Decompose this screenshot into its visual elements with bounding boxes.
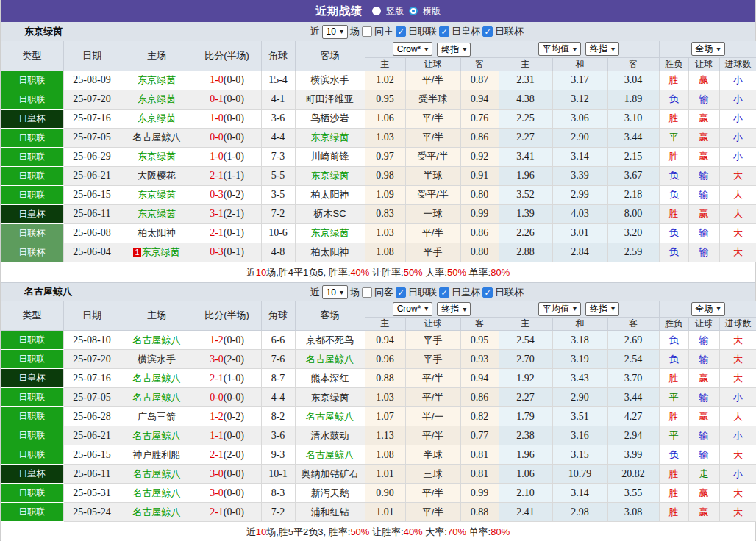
handicap-cell: 平/半 [405, 71, 460, 90]
chevron-down-icon: ▾ [463, 46, 466, 53]
goals-result-cell: 大 [719, 243, 756, 262]
page-title: 近期战绩 [315, 4, 363, 18]
league-filter-checkbox-cup[interactable]: ✓ [482, 26, 493, 37]
result-cell: 负 [659, 90, 688, 109]
avg-home-cell: 2.54 [499, 331, 552, 350]
average-stage-select[interactable]: 终指▾ [585, 42, 619, 56]
matches-table-team1: 类型 日期 主场 比分(半场) 角球 客场 Crow*▾终指▾ 平均值▾终指▾ … [1, 41, 756, 262]
average-stage-value: 终指 [590, 303, 607, 315]
date-cell: 25-06-21 [63, 166, 121, 185]
away-team-cell: 横滨水手 [295, 71, 365, 90]
away-odds-cell: 0.94 [460, 90, 499, 109]
goals-result-cell: 小 [719, 71, 756, 90]
odds-stage-select[interactable]: 终指▾ [437, 43, 471, 57]
games-count-select[interactable]: 10▾ [322, 285, 348, 299]
fulltime-select[interactable]: 全场▾ [691, 42, 725, 56]
games-count-value: 10 [327, 287, 336, 298]
handicap-cell: 半球 [405, 445, 460, 465]
home-odds-cell: 1.02 [365, 71, 405, 90]
result-cell: 胜 [659, 71, 688, 90]
average-select[interactable]: 平均值▾ [538, 302, 581, 316]
corners-cell: 7-3 [261, 147, 295, 166]
league-filter-checkbox-emperor[interactable]: ✓ [439, 287, 449, 298]
home-team-cell: 名古屋鲸八 [121, 128, 193, 147]
col-header-score: 比分(半场) [193, 301, 261, 331]
league-filter-label-emperor: 日皇杯 [452, 286, 480, 299]
away-odds-cell: 0.99 [460, 484, 499, 503]
avg-draw-cell: 3.16 [552, 426, 607, 445]
corners-cell: 7-6 [261, 350, 295, 369]
home-odds-cell: 0.98 [365, 166, 405, 185]
chevron-down-icon: ▾ [340, 28, 343, 35]
result-cell: 平 [659, 388, 688, 407]
away-team-cell: 町田泽维亚 [295, 90, 365, 109]
date-cell: 25-06-11 [63, 204, 121, 223]
odds-stage-select[interactable]: 终指▾ [437, 302, 471, 316]
avg-draw-cell: 3.14 [552, 147, 607, 166]
away-team-cell: 熊本深红 [295, 369, 365, 388]
away-team-cell: 枥木SC [295, 204, 365, 223]
average-select-value: 平均值 [543, 303, 569, 315]
home-odds-cell: 0.97 [365, 147, 405, 166]
result-cell: 胜 [659, 503, 688, 522]
corners-cell: 4-1 [261, 90, 295, 109]
same-venue-checkbox[interactable] [362, 287, 372, 298]
league-filter-checkbox-j1[interactable]: ✓ [396, 287, 406, 298]
corners-cell: 7-2 [261, 503, 295, 522]
result-group-header: 全场▾ [659, 301, 756, 318]
same-venue-checkbox[interactable] [362, 26, 372, 37]
league-filter-label-j1: 日职联 [408, 286, 437, 299]
avg-away-cell: 1.89 [607, 90, 659, 109]
result-cell: 负 [659, 223, 688, 243]
home-odds-cell: 0.83 [365, 204, 405, 223]
games-count-select[interactable]: 10▾ [322, 25, 348, 39]
fulltime-select[interactable]: 全场▾ [691, 302, 725, 316]
score-cell: 1-0(0-0) [193, 109, 261, 128]
goals-result-cell: 大 [719, 185, 756, 204]
result-cell: 胜 [659, 407, 688, 426]
average-stage-select[interactable]: 终指▾ [585, 302, 619, 316]
handicap-result-cell: 赢 [688, 369, 719, 388]
away-team-cell: 东京绿茵 [295, 223, 365, 243]
score-cell: 2-1(1-0) [193, 369, 261, 388]
score-cell: 2-1(2-0) [193, 445, 261, 465]
bookmaker-select[interactable]: Crow*▾ [393, 302, 433, 316]
home-team-cell: 名古屋鲸八 [121, 484, 193, 503]
home-team-cell: 神户胜利船 [121, 445, 193, 465]
goals-result-cell: 小 [719, 465, 756, 484]
chevron-down-icon: ▾ [573, 46, 577, 53]
away-odds-cell: 0.94 [460, 369, 499, 388]
avg-home-cell: 2.41 [499, 503, 552, 522]
match-row: 日职联25-05-24名古屋鲸八2-1(0-0)7-2浦和红钻1.01平/半0.… [1, 503, 756, 522]
horizontal-layout-radio[interactable] [409, 7, 418, 15]
league-type-cell: 日联杯 [1, 243, 63, 262]
away-odds-cell: 0.88 [460, 503, 499, 522]
bookmaker-select-value: Crow* [397, 304, 421, 314]
league-filter-checkbox-j1[interactable]: ✓ [396, 26, 406, 37]
col-header-home: 主场 [121, 301, 193, 331]
matches-table-team2: 类型 日期 主场 比分(半场) 角球 客场 Crow*▾终指▾ 平均值▾终指▾ … [1, 301, 756, 523]
subheader-handicap-result: 让球 [688, 57, 719, 71]
away-odds-cell: 0.87 [460, 71, 499, 90]
bookmaker-select[interactable]: Crow*▾ [393, 42, 433, 56]
vertical-layout-radio[interactable] [372, 7, 381, 15]
away-team-cell: 东京绿茵 [295, 166, 365, 185]
result-cell: 负 [659, 185, 688, 204]
subheader-odds-home: 主 [365, 318, 405, 331]
away-odds-cell: 0.82 [460, 407, 499, 426]
league-filter-checkbox-cup[interactable]: ✓ [482, 287, 493, 298]
score-cell: 3-0(2-0) [193, 350, 261, 369]
home-team-cell: 名古屋鲸八 [121, 369, 193, 388]
average-select[interactable]: 平均值▾ [538, 42, 581, 56]
date-cell: 25-06-15 [63, 445, 121, 465]
team-name: 东京绿茵 [24, 25, 63, 38]
handicap-result-cell: 赢 [688, 147, 719, 166]
match-row: 日联杯25-06-08柏太阳神2-1(0-1)10-6东京绿茵1.03平/半0.… [1, 223, 756, 243]
avg-home-cell: 1.79 [499, 407, 552, 426]
league-filter-checkbox-emperor[interactable]: ✓ [439, 26, 449, 37]
away-odds-cell: 0.76 [460, 109, 499, 128]
match-row: 日职联25-06-21大阪樱花2-1(1-1)5-5东京绿茵0.98半球0.91… [1, 166, 756, 185]
match-row: 日职联25-06-28广岛三箭1-2(0-2)8-2名古屋鲸八1.07半/一0.… [1, 407, 756, 426]
away-team-cell: 东京绿茵 [295, 388, 365, 407]
handicap-cell: 三球 [405, 465, 460, 484]
